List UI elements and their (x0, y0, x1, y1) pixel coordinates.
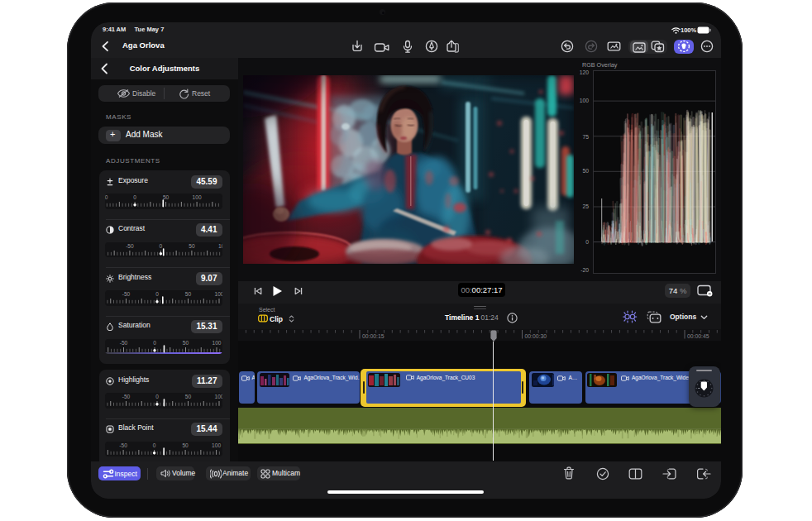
svg-text:0: 0 (155, 291, 159, 297)
svg-text:0: 0 (153, 442, 156, 448)
svg-text:50: 50 (185, 394, 192, 399)
svg-text:-50: -50 (119, 442, 127, 448)
svg-text:50: 50 (185, 291, 192, 297)
svg-text:100: 100 (218, 243, 222, 249)
svg-text:100: 100 (214, 291, 222, 297)
svg-text:0: 0 (153, 340, 156, 346)
svg-text:00:00:30: 00:00:30 (525, 332, 547, 338)
svg-text:00:00:45: 00:00:45 (687, 332, 709, 338)
svg-text:50: 50 (183, 340, 189, 346)
svg-text:-50: -50 (120, 340, 128, 346)
svg-text:100: 100 (212, 340, 221, 346)
svg-text:00:00:15: 00:00:15 (362, 332, 385, 338)
svg-text:100: 100 (193, 194, 202, 200)
svg-text:-50: -50 (126, 243, 134, 249)
svg-text:0: 0 (160, 243, 163, 249)
svg-text:100: 100 (212, 442, 221, 448)
svg-text:-50: -50 (105, 194, 108, 200)
svg-text:50: 50 (163, 194, 170, 200)
svg-text:50: 50 (182, 442, 189, 448)
svg-text:0: 0 (133, 194, 136, 200)
svg-text:100: 100 (214, 394, 222, 399)
svg-text:50: 50 (189, 243, 195, 249)
svg-text:-50: -50 (122, 291, 131, 297)
svg-text:0: 0 (155, 394, 159, 399)
svg-text:-50: -50 (122, 394, 131, 399)
